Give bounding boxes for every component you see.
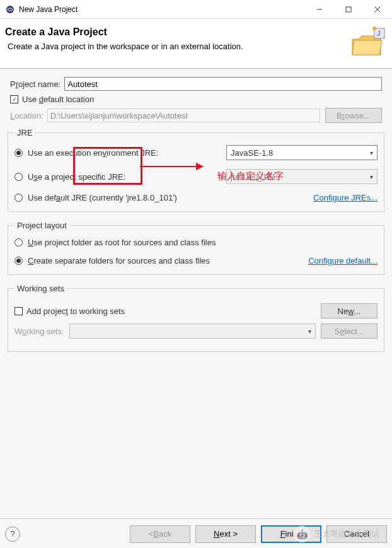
svg-rect-3 [346,7,351,12]
project-name-label: Project name: [10,79,61,89]
layout-separate-label: Create separate folders for sources and … [28,256,210,265]
use-default-location-checkbox[interactable]: ✓ [10,95,18,103]
wizard-content: Project name: ✓ Use default location Loc… [0,69,392,548]
default-location-row: ✓ Use default location [10,95,382,104]
working-sets-group: Working sets Add project to working sets… [8,284,384,352]
jre-specific-radio[interactable] [14,173,23,181]
minimize-button[interactable] [305,0,334,18]
chevron-down-icon: ▾ [308,328,311,335]
jre-env-radio[interactable] [14,149,23,157]
next-button[interactable]: Next > [195,525,256,543]
page-title: Create a Java Project [5,26,349,38]
help-button[interactable]: ? [5,527,20,542]
project-name-row: Project name: [10,77,382,91]
working-sets-label: Working sets: [14,327,64,336]
window-title: New Java Project [19,5,305,14]
svg-point-10 [372,26,376,30]
select-working-sets-button: Select... [321,324,378,339]
working-sets-select: ▾ [69,324,316,339]
jre-specific-label: Use a project specific JRE: [28,172,125,182]
project-name-input[interactable] [64,77,382,91]
add-working-sets-label: Add project to working sets [26,306,125,316]
jre-env-label: Use an execution environment JRE: [28,148,158,158]
chevron-down-icon: ▾ [370,173,373,180]
titlebar: New Java Project [0,0,392,19]
back-button: < Back [130,525,190,543]
maximize-button[interactable] [334,0,363,18]
close-button[interactable] [363,0,392,18]
location-input [47,108,320,122]
project-layout-group: Project layout Use project folder as roo… [8,221,384,275]
folder-java-icon: J [349,26,387,58]
window-controls [305,0,392,18]
annotation-arrow [140,166,203,167]
chevron-down-icon: ▾ [370,149,373,156]
eclipse-icon [5,4,15,15]
configure-default-link[interactable]: Configure default... [308,256,378,265]
layout-separate-radio[interactable] [14,257,23,265]
layout-root-label: Use project folder as root for sources a… [28,238,216,247]
page-subtitle: Create a Java project in the workspace o… [5,42,349,51]
wizard-header: Create a Java Project Create a Java proj… [0,19,392,68]
new-working-set-button[interactable]: New... [321,303,378,318]
jre-specific-select: jre1.8.0_101▾ [226,169,378,184]
use-default-location-label: Use default location [22,95,94,104]
jre-default-label: Use default JRE (currently 'jre1.8.0_101… [28,193,177,202]
svg-marker-7 [352,40,382,55]
project-layout-legend: Project layout [14,221,69,230]
location-label: Location: [10,111,43,120]
add-working-sets-checkbox[interactable] [14,307,23,315]
jre-env-select[interactable]: JavaSE-1.8▾ [226,145,378,160]
configure-jres-link[interactable]: Configure JREs... [313,193,378,202]
layout-root-radio[interactable] [14,238,23,247]
finish-button[interactable]: Finish [261,525,321,543]
jre-default-radio[interactable] [14,194,23,202]
browse-button: Browse... [325,108,382,123]
location-row: Location: Browse... [10,108,382,123]
cancel-button[interactable]: Cancel [326,525,387,543]
svg-text:J: J [377,30,381,37]
wizard-footer: ? < Back Next > Finish Cancel 🤖 王大哥自动化测试 [0,518,392,548]
jre-legend: JRE [14,128,35,137]
working-sets-legend: Working sets [14,284,67,293]
